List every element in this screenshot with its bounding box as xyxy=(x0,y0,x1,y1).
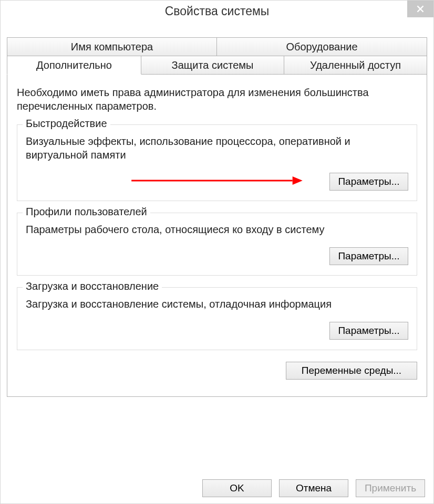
tab-label: Дополнительно xyxy=(36,59,112,71)
titlebar: Свойства системы xyxy=(1,1,433,22)
button-label: Переменные среды... xyxy=(302,365,401,376)
dialog-body: Имя компьютера Оборудование Дополнительн… xyxy=(7,28,427,497)
tab-advanced[interactable]: Дополнительно xyxy=(7,56,141,75)
advanced-tab-panel: Необходимо иметь права администратора дл… xyxy=(7,74,427,397)
tab-hardware[interactable]: Оборудование xyxy=(217,37,427,56)
cancel-button[interactable]: Отмена xyxy=(279,479,348,497)
tabs-row-lower: Дополнительно Защита системы Удаленный д… xyxy=(7,56,427,75)
performance-settings-button[interactable]: Параметры... xyxy=(329,173,408,191)
env-vars-row: Переменные среды... xyxy=(17,362,417,380)
startup-legend: Загрузка и восстановление xyxy=(23,280,162,292)
startup-button-row: Параметры... xyxy=(26,320,408,341)
startup-group: Загрузка и восстановление Загрузка и вос… xyxy=(17,287,417,350)
system-properties-window: Свойства системы Имя компьютера Оборудов… xyxy=(0,0,434,504)
tab-system-protection[interactable]: Защита системы xyxy=(141,56,284,75)
dialog-button-row: OK Отмена Применить xyxy=(202,474,427,497)
performance-button-row: Параметры... xyxy=(26,171,408,192)
environment-variables-button[interactable]: Переменные среды... xyxy=(286,362,417,380)
tab-label: Удаленный доступ xyxy=(310,59,401,71)
button-label: Отмена xyxy=(296,482,332,494)
tab-computer-name[interactable]: Имя компьютера xyxy=(7,37,217,56)
tabs-row-upper: Имя компьютера Оборудование xyxy=(7,37,427,56)
close-button[interactable] xyxy=(407,1,433,17)
performance-desc: Визуальные эффекты, использование процес… xyxy=(26,134,408,162)
profiles-group: Профили пользователей Параметры рабочего… xyxy=(17,213,417,276)
tab-remote[interactable]: Удаленный доступ xyxy=(284,56,427,75)
performance-legend: Быстродействие xyxy=(23,118,110,130)
profiles-settings-button[interactable]: Параметры... xyxy=(329,247,408,265)
svg-marker-3 xyxy=(293,176,303,185)
tab-label: Оборудование xyxy=(286,41,357,52)
admin-rights-note: Необходимо иметь права администратора дл… xyxy=(17,86,417,113)
tab-label: Защита системы xyxy=(172,59,254,71)
close-icon xyxy=(417,5,424,13)
apply-button[interactable]: Применить xyxy=(356,479,425,497)
button-label: Параметры... xyxy=(338,325,399,336)
tab-label: Имя компьютера xyxy=(71,41,153,52)
button-label: Применить xyxy=(365,482,416,494)
button-label: OK xyxy=(230,482,244,494)
startup-desc: Загрузка и восстановление системы, отлад… xyxy=(26,297,408,311)
window-title: Свойства системы xyxy=(165,4,270,18)
profiles-legend: Профили пользователей xyxy=(23,206,150,218)
button-label: Параметры... xyxy=(338,176,399,187)
profiles-button-row: Параметры... xyxy=(26,246,408,267)
button-label: Параметры... xyxy=(338,250,399,261)
ok-button[interactable]: OK xyxy=(202,479,272,497)
performance-group: Быстродействие Визуальные эффекты, испол… xyxy=(17,124,417,201)
startup-settings-button[interactable]: Параметры... xyxy=(329,322,408,340)
profiles-desc: Параметры рабочего стола, относящиеся ко… xyxy=(26,223,408,236)
